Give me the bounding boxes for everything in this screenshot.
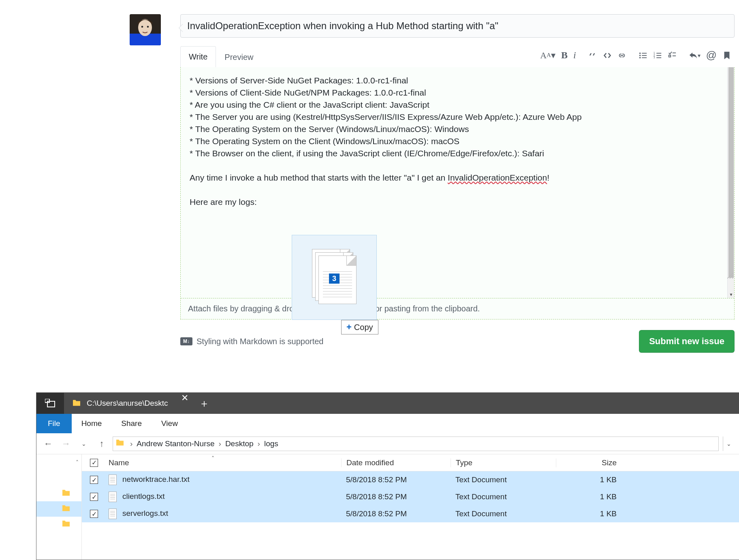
folder-icon xyxy=(62,505,70,513)
ribbon-home[interactable]: Home xyxy=(72,414,112,433)
markdown-icon: M↓ xyxy=(180,337,192,345)
ribbon-view[interactable]: View xyxy=(152,414,188,433)
numbered-list-icon[interactable]: 123 xyxy=(653,51,662,60)
folder-icon xyxy=(115,439,124,448)
svg-rect-12 xyxy=(656,53,661,53)
resize-grip-icon[interactable] xyxy=(727,273,734,279)
mention-icon[interactable]: @ xyxy=(706,49,717,62)
svg-rect-18 xyxy=(669,55,671,57)
issue-title-input[interactable] xyxy=(180,14,735,38)
svg-text:3: 3 xyxy=(654,56,655,59)
nav-recent-icon[interactable]: ⌄ xyxy=(77,437,91,451)
row-date: 5/8/2018 8:52 PM xyxy=(341,475,451,484)
svg-rect-16 xyxy=(656,57,661,58)
ribbon-file[interactable]: File xyxy=(36,414,72,433)
nav-back-icon[interactable]: ← xyxy=(41,437,55,451)
code-icon[interactable] xyxy=(603,51,612,60)
chevron-right-icon[interactable]: › xyxy=(216,439,224,448)
scrollbar-down-icon[interactable]: ▼ xyxy=(728,291,735,298)
tab-preview[interactable]: Preview xyxy=(216,47,262,68)
svg-rect-8 xyxy=(642,55,647,56)
table-row[interactable]: ✓serverlogs.txt5/8/2018 8:52 PMText Docu… xyxy=(82,505,739,522)
issue-form: Write Preview AA▾ B i xyxy=(180,14,735,353)
row-checkbox[interactable]: ✓ xyxy=(82,476,106,484)
attach-select-link[interactable]: selecting them xyxy=(318,304,370,313)
nav-forward-icon[interactable]: → xyxy=(59,437,73,451)
chevron-right-icon[interactable]: › xyxy=(128,439,135,448)
row-checkbox[interactable]: ✓ xyxy=(82,510,106,518)
scrollbar[interactable]: ▼ xyxy=(727,67,734,298)
row-size: 1 KB xyxy=(556,509,625,518)
svg-point-7 xyxy=(639,55,641,56)
sidebar-item[interactable] xyxy=(36,501,81,517)
folder-icon xyxy=(62,489,70,498)
text-file-icon xyxy=(109,492,117,502)
link-icon[interactable] xyxy=(617,51,626,60)
explorer-sidebar: ˄ xyxy=(36,454,82,560)
tab-write[interactable]: Write xyxy=(180,46,216,68)
header-name[interactable]: Name ˄ xyxy=(106,458,341,467)
nav-up-icon[interactable]: ↑ xyxy=(95,437,109,451)
svg-point-4 xyxy=(147,26,149,28)
header-type[interactable]: Type xyxy=(451,458,556,467)
text-file-icon xyxy=(109,475,117,485)
table-row[interactable]: ✓clientlogs.txt5/8/2018 8:52 PMText Docu… xyxy=(82,488,739,505)
sidebar-item[interactable] xyxy=(36,486,81,501)
bookmark-icon[interactable] xyxy=(722,51,731,60)
ribbon-share[interactable]: Share xyxy=(111,414,152,433)
submit-issue-button[interactable]: Submit new issue xyxy=(639,330,735,353)
file-explorer-window: C:\Users\anurse\Desktc ✕ ＋ File Home Sha… xyxy=(36,393,739,560)
svg-rect-6 xyxy=(642,53,647,53)
row-name: networktrace.har.txt xyxy=(106,475,341,485)
explorer-file-list: ✓ Name ˄ Date modified Type Size ✓networ… xyxy=(82,454,739,560)
sidebar-item[interactable] xyxy=(36,517,81,532)
explorer-new-tab-icon[interactable]: ＋ xyxy=(193,393,215,414)
svg-point-9 xyxy=(639,57,641,58)
explorer-nav: ← → ⌄ ↑ › Andrew Stanton-Nurse › Desktop… xyxy=(36,433,739,454)
sort-asc-icon: ˄ xyxy=(211,455,214,462)
text-size-icon[interactable]: AA▾ xyxy=(540,50,555,61)
breadcrumb-segment[interactable]: Desktop xyxy=(225,439,254,448)
chevron-right-icon[interactable]: › xyxy=(255,439,263,448)
table-row[interactable]: ✓networktrace.har.txt5/8/2018 8:52 PMTex… xyxy=(82,471,739,488)
sidebar-scroll-up-icon[interactable]: ˄ xyxy=(73,454,81,471)
header-size[interactable]: Size xyxy=(556,458,625,467)
address-bar[interactable]: › Andrew Stanton-Nurse › Desktop › logs xyxy=(113,437,719,451)
markdown-hint[interactable]: M↓ Styling with Markdown is supported xyxy=(180,337,323,346)
task-list-icon[interactable] xyxy=(668,51,677,60)
quote-icon[interactable] xyxy=(588,51,597,60)
row-checkbox[interactable]: ✓ xyxy=(82,493,106,501)
row-size: 1 KB xyxy=(556,492,625,501)
form-footer: M↓ Styling with Markdown is supported Su… xyxy=(180,330,735,353)
row-name: serverlogs.txt xyxy=(106,509,341,519)
header-date[interactable]: Date modified xyxy=(341,458,451,467)
breadcrumb-segment[interactable]: Andrew Stanton-Nurse xyxy=(137,439,214,448)
svg-point-5 xyxy=(639,52,641,54)
explorer-tab-close-icon[interactable]: ✕ xyxy=(176,393,193,414)
markdown-hint-text: Styling with Markdown is supported xyxy=(196,337,323,346)
bold-icon[interactable]: B xyxy=(561,50,568,61)
editor-tabs: Write Preview AA▾ B i xyxy=(180,45,735,68)
attach-hint-prefix: Attach files by dragging & dropping, xyxy=(188,304,318,313)
attach-hint-suffix: , or pasting from the clipboard. xyxy=(370,304,480,313)
svg-rect-17 xyxy=(673,52,676,53)
explorer-taskview-icon[interactable] xyxy=(36,393,64,414)
issue-body-textarea[interactable] xyxy=(181,67,734,298)
row-date: 5/8/2018 8:52 PM xyxy=(341,492,451,501)
italic-icon[interactable]: i xyxy=(573,50,576,61)
column-headers: ✓ Name ˄ Date modified Type Size xyxy=(82,454,739,471)
header-checkbox[interactable]: ✓ xyxy=(82,459,106,467)
avatar xyxy=(130,14,161,45)
svg-rect-19 xyxy=(673,55,676,56)
reply-icon[interactable]: ▾ xyxy=(689,51,701,60)
explorer-tab[interactable]: C:\Users\anurse\Desktc xyxy=(64,393,176,414)
breadcrumb-segment[interactable]: logs xyxy=(264,439,278,448)
row-type: Text Document xyxy=(451,492,556,501)
row-size: 1 KB xyxy=(556,475,625,484)
explorer-tab-title: C:\Users\anurse\Desktc xyxy=(87,399,168,408)
row-name: clientlogs.txt xyxy=(106,492,341,502)
text-file-icon xyxy=(109,509,117,519)
scrollbar-thumb[interactable] xyxy=(728,67,734,278)
bullet-list-icon[interactable] xyxy=(639,51,647,60)
address-dropdown-icon[interactable]: ⌄ xyxy=(723,437,734,451)
